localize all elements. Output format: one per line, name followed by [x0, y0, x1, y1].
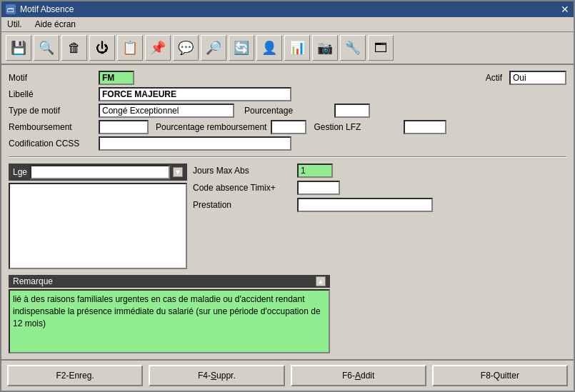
prestation-input[interactable]: [297, 198, 433, 212]
remarque-header: Remarque ▲: [9, 275, 330, 288]
pourcentage-remboursement-input[interactable]: [271, 120, 306, 134]
jours-max-row: Jours Max Abs: [193, 164, 566, 178]
f4-button[interactable]: F4-Suppr.: [149, 365, 284, 386]
lge-input[interactable]: [30, 165, 170, 179]
code-absence-label: Code absence Timix+: [193, 183, 293, 193]
lge-header: Lge ▼: [9, 164, 187, 181]
grid-button[interactable]: 📊: [284, 35, 310, 61]
f6-button[interactable]: F6-Addit: [291, 365, 426, 386]
grid-icon: 📊: [289, 40, 305, 56]
codification-ccss-label: Codification CCSS: [9, 139, 94, 149]
menu-aide-ecran[interactable]: Aide écran: [32, 19, 79, 30]
menu-util[interactable]: Util.: [4, 19, 25, 30]
pourcentage-label: Pourcentage: [244, 106, 330, 116]
f8-button[interactable]: F8-Quitter: [432, 365, 568, 386]
jours-max-input[interactable]: [297, 164, 333, 178]
app-icon: 🗃: [6, 4, 16, 14]
divider-1: [9, 156, 566, 158]
lge-label: Lge: [13, 167, 27, 177]
camera-icon: 📷: [317, 40, 333, 56]
window-button[interactable]: 🗔: [368, 35, 394, 61]
motif-input[interactable]: [99, 71, 134, 85]
power-icon: ⏻: [96, 41, 109, 56]
camera-button[interactable]: 📷: [312, 35, 338, 61]
delete-icon: 🗑: [68, 41, 81, 56]
gestion-lfz-label: Gestion LFZ: [314, 122, 399, 132]
libelle-label: Libellé: [9, 89, 94, 99]
actif-input[interactable]: [509, 71, 566, 85]
remboursement-row: Remboursement Pourcentage remboursement …: [9, 120, 566, 134]
remboursement-label: Remboursement: [9, 122, 94, 132]
toolbar: 💾 🔍 🗑 ⏻ 📋 📌 💬 🔎 🔄 👤 📊 📷 🔧 🗔: [1, 32, 574, 65]
jours-max-label: Jours Max Abs: [193, 166, 293, 176]
title-bar: 🗃 Motif Absence ✕: [1, 1, 574, 17]
comment-icon: 💬: [178, 40, 194, 56]
pourcentage-input[interactable]: [334, 104, 370, 118]
search-button[interactable]: 🔍: [34, 35, 59, 61]
motif-row: Motif Actif: [9, 71, 566, 85]
remarque-box[interactable]: lié à des raisons familiales urgentes en…: [9, 289, 330, 353]
code-absence-input[interactable]: [297, 181, 340, 195]
lge-panel: Lge ▼: [9, 164, 187, 269]
remarque-text: lié à des raisons familiales urgentes en…: [13, 294, 321, 328]
type-motif-label: Type de motif: [9, 106, 94, 116]
prestation-label: Prestation: [193, 200, 293, 210]
save-button[interactable]: 💾: [6, 35, 31, 61]
settings-button[interactable]: 🔧: [340, 35, 366, 61]
codification-row: Codification CCSS: [9, 136, 566, 151]
main-window: 🗃 Motif Absence ✕ Util. Aide écran 💾 🔍 🗑…: [0, 0, 575, 392]
libelle-input[interactable]: [99, 87, 291, 101]
remarque-scroll-btn[interactable]: ▲: [316, 276, 326, 286]
remboursement-input[interactable]: [99, 120, 149, 134]
prestation-row: Prestation: [193, 198, 566, 212]
remarque-section: Remarque ▲ lié à des raisons familiales …: [9, 275, 566, 353]
comment-button[interactable]: 💬: [173, 35, 199, 61]
type-motif-row: Type de motif Pourcentage: [9, 104, 566, 118]
window-icon: 🗔: [374, 41, 387, 56]
zoom-icon: 🔎: [206, 40, 221, 56]
settings-icon: 🔧: [345, 40, 361, 56]
code-absence-row: Code absence Timix+: [193, 181, 566, 195]
libelle-row: Libellé: [9, 87, 566, 101]
zoom-button[interactable]: 🔎: [201, 35, 226, 61]
copy-button[interactable]: 📋: [117, 35, 143, 61]
f6-label: F6-Addit: [342, 371, 374, 381]
lge-scroll-btn[interactable]: ▼: [173, 167, 183, 177]
refresh-icon: 🔄: [234, 40, 249, 56]
window-title: Motif Absence: [20, 4, 74, 14]
remarque-label: Remarque: [13, 276, 53, 286]
f2-button[interactable]: F2-Enreg.: [7, 365, 143, 386]
menu-bar: Util. Aide écran: [1, 17, 574, 32]
content-area: Motif Actif Libellé Type de motif Pource…: [1, 65, 574, 359]
delete-button[interactable]: 🗑: [61, 35, 87, 61]
codification-ccss-input[interactable]: [99, 136, 291, 151]
paste-icon: 📌: [150, 40, 166, 56]
bottom-section: Lge ▼ Jours Max Abs Code absence Timix+ …: [9, 164, 566, 269]
f4-label: F4-Suppr.: [198, 371, 236, 381]
motif-label: Motif: [9, 73, 94, 83]
gestion-lfz-input[interactable]: [404, 120, 446, 134]
footer: F2-Enreg. F4-Suppr. F6-Addit F8-Quitter: [1, 359, 574, 391]
close-button[interactable]: ✕: [561, 4, 569, 14]
paste-button[interactable]: 📌: [145, 35, 171, 61]
lge-list[interactable]: [9, 183, 187, 269]
copy-icon: 📋: [122, 40, 138, 56]
save-icon: 💾: [11, 40, 26, 56]
form-section: Motif Actif Libellé Type de motif Pource…: [9, 71, 566, 151]
pourcentage-remboursement-label: Pourcentage remboursement: [156, 122, 266, 132]
right-panel: Jours Max Abs Code absence Timix+ Presta…: [193, 164, 566, 269]
refresh-button[interactable]: 🔄: [229, 35, 254, 61]
actif-label: Actif: [466, 73, 502, 83]
power-button[interactable]: ⏻: [89, 35, 115, 61]
type-motif-input[interactable]: [99, 104, 234, 118]
user-button[interactable]: 👤: [256, 35, 282, 61]
user-icon: 👤: [261, 40, 277, 56]
search-icon: 🔍: [39, 40, 54, 56]
